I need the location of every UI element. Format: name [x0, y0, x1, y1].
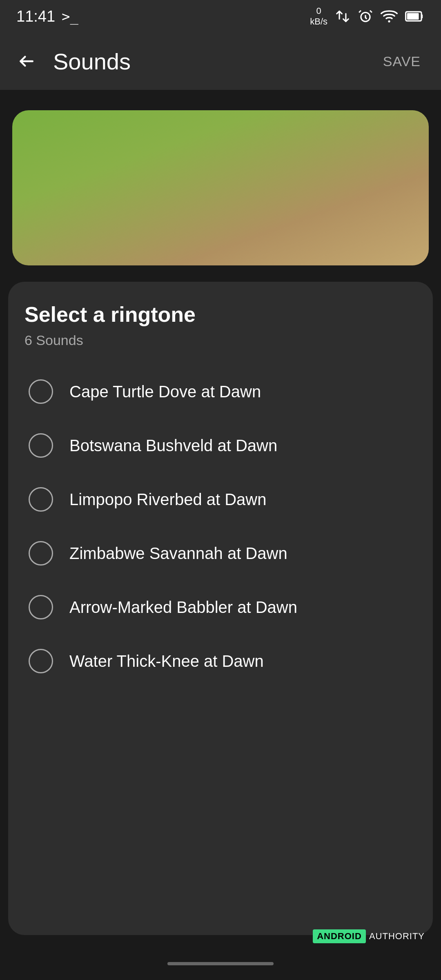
image-card [12, 110, 429, 265]
app-bar: Sounds SAVE [0, 33, 441, 90]
battery-icon [405, 9, 425, 24]
ringtone-label-1: Cape Turtle Dove at Dawn [69, 383, 261, 401]
ringtone-list: Cape Turtle Dove at Dawn Botswana Bushve… [24, 365, 416, 688]
page-title: Sounds [53, 48, 131, 75]
save-button[interactable]: SAVE [375, 49, 429, 74]
svg-rect-3 [407, 13, 419, 20]
status-right: 0kB/s [310, 6, 425, 27]
app-bar-left: Sounds [12, 47, 131, 76]
ringtone-label-3: Limpopo Riverbed at Dawn [69, 490, 266, 509]
alarm-icon [358, 9, 373, 24]
ringtone-label-6: Water Thick-Knee at Dawn [69, 652, 264, 670]
radio-button-5[interactable] [29, 595, 53, 619]
ringtone-item[interactable]: Cape Turtle Dove at Dawn [24, 365, 416, 419]
svg-point-1 [388, 20, 390, 22]
ringtone-card: Select a ringtone 6 Sounds Cape Turtle D… [8, 282, 433, 935]
home-indicator[interactable] [167, 962, 274, 965]
ringtone-item[interactable]: Botswana Bushveld at Dawn [24, 419, 416, 472]
radio-button-6[interactable] [29, 649, 53, 673]
back-arrow-icon [18, 52, 36, 70]
bottom-nav-bar [0, 947, 441, 980]
data-transfer-icon [335, 9, 350, 24]
ringtone-item[interactable]: Zimbabwe Savannah at Dawn [24, 526, 416, 580]
wifi-icon [381, 9, 398, 24]
ringtone-item[interactable]: Water Thick-Knee at Dawn [24, 634, 416, 688]
radio-button-3[interactable] [29, 487, 53, 512]
network-speed: 0kB/s [310, 6, 327, 27]
ringtone-label-5: Arrow-Marked Babbler at Dawn [69, 598, 297, 617]
watermark-authority-text: AUTHORITY [369, 931, 425, 942]
status-time: 11:41 [16, 8, 55, 25]
watermark-android-text: ANDROID [313, 929, 366, 943]
radio-button-1[interactable] [29, 379, 53, 404]
ringtone-section-title: Select a ringtone [24, 302, 416, 327]
ringtone-sound-count: 6 Sounds [24, 332, 416, 348]
terminal-icon: >_ [62, 8, 78, 24]
ringtone-item[interactable]: Limpopo Riverbed at Dawn [24, 472, 416, 526]
status-bar: 11:41 >_ 0kB/s [0, 0, 441, 33]
radio-button-4[interactable] [29, 541, 53, 566]
status-left: 11:41 >_ [16, 8, 78, 25]
ringtone-item[interactable]: Arrow-Marked Babbler at Dawn [24, 580, 416, 634]
back-button[interactable] [12, 47, 41, 76]
watermark: ANDROID AUTHORITY [313, 929, 425, 943]
ringtone-label-2: Botswana Bushveld at Dawn [69, 437, 277, 455]
radio-button-2[interactable] [29, 433, 53, 458]
ringtone-label-4: Zimbabwe Savannah at Dawn [69, 544, 287, 563]
